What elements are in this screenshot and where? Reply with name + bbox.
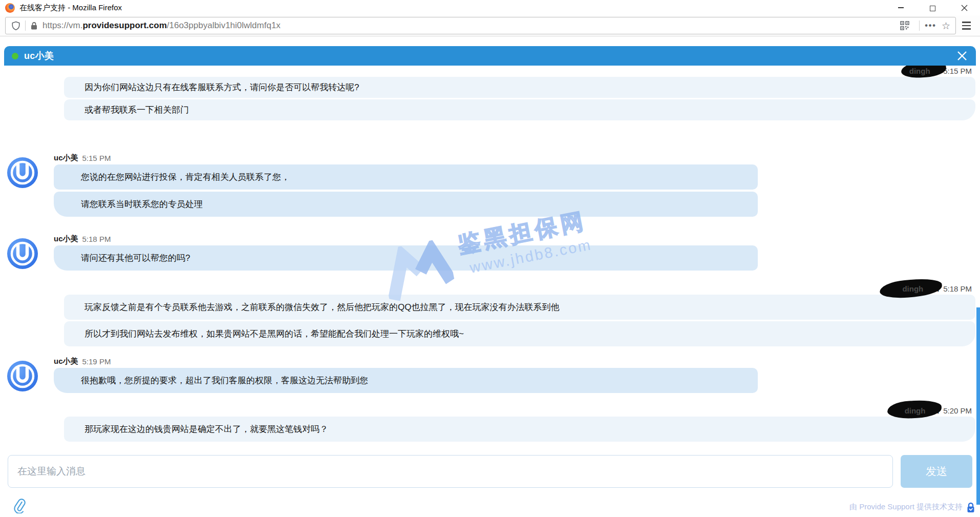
- send-button[interactable]: 发送: [901, 455, 972, 488]
- agent-name: uc小美: [24, 50, 54, 62]
- agent-message: 请您联系当时联系您的专员处理: [54, 192, 758, 217]
- visitor-name-redacted: dingh: [902, 284, 923, 293]
- close-icon: [961, 5, 968, 11]
- agent-message: 很抱歉哦，您所提的要求，超出了我们客服的权限，客服这边无法帮助到您: [54, 368, 758, 393]
- agent-label: uc小美 5:19 PM: [54, 357, 976, 366]
- url-bar-row: https://vm.providesupport.com/16o3ppbyal…: [0, 15, 980, 36]
- visitor-message: 因为你们网站这边只有在线客服联系方式，请问你是否可以帮我转达呢?: [64, 77, 975, 98]
- agent-avatar: [7, 361, 38, 391]
- message-group-agent: uc小美 5:19 PM 很抱歉哦，您所提的要求，超出了我们客服的权限，客服这边…: [4, 357, 976, 395]
- minimize-icon: [898, 7, 904, 8]
- visitor-message: 那玩家现在这边的钱贵网站是确定不出了，就要黑这笔钱对吗？: [64, 417, 975, 442]
- visitor-label: dingh an 5:15 PM: [4, 66, 976, 76]
- message-group-visitor: dingh an 5:15 PM 因为你们网站这边只有在线客服联系方式，请问你是…: [4, 66, 976, 120]
- agent-message: 请问还有其他可以帮您的吗?: [54, 245, 758, 271]
- agent-avatar: [7, 157, 38, 188]
- url-field[interactable]: https://vm.providesupport.com/16o3ppbyal…: [5, 17, 956, 34]
- visitor-message: 所以才到我们网站去发布维权，如果贵网站不是黑网的话，希望能配合我们处理一下玩家的…: [64, 321, 975, 346]
- online-status-dot: [12, 53, 18, 59]
- message-group-visitor: dingh igan 5:18 PM 玩家反馈之前是有个专员联系他去游戏，之前联…: [4, 283, 976, 346]
- close-icon: [956, 50, 968, 61]
- firefox-icon: [5, 3, 15, 13]
- restore-button[interactable]: [917, 0, 948, 15]
- message-input[interactable]: [8, 455, 893, 488]
- secure-lock-icon: [967, 502, 975, 513]
- visitor-message: 玩家反馈之前是有个专员联系他去游戏，之前联系的微信失效了，然后他把玩家的QQ也拉…: [64, 295, 975, 320]
- paperclip-icon[interactable]: [13, 498, 26, 513]
- powered-by-text[interactable]: 由 Provide Support 提供技术支持: [849, 502, 963, 512]
- lock-icon[interactable]: [30, 22, 38, 30]
- message-group-agent: uc小美 5:15 PM 您说的在您网站进行投保，肯定有相关人员联系了您， 请您…: [4, 153, 976, 219]
- url-text: https://vm.providesupport.com/16o3ppbyal…: [42, 20, 281, 31]
- agent-label: uc小美 5:15 PM: [54, 153, 976, 162]
- timestamp: 5:18 PM: [82, 235, 111, 243]
- divider: [25, 20, 26, 31]
- agent-avatar: [7, 238, 38, 269]
- restore-icon: [930, 6, 935, 11]
- timestamp: 5:20 PM: [943, 406, 972, 415]
- minimize-button[interactable]: [885, 0, 917, 15]
- message-group-agent: uc小美 5:18 PM 请问还有其他可以帮您的吗?: [4, 234, 976, 273]
- timestamp: 5:19 PM: [82, 357, 111, 366]
- close-chat-button[interactable]: [956, 50, 968, 61]
- shield-icon[interactable]: [11, 21, 20, 31]
- scrollbar-thumb[interactable]: [976, 307, 980, 505]
- page-actions-icon[interactable]: •••: [925, 21, 936, 30]
- qr-code-icon[interactable]: [900, 21, 909, 30]
- visitor-label: dingh gan 5:20 PM: [4, 405, 976, 416]
- timestamp: 5:15 PM: [943, 67, 972, 75]
- timestamp: 5:15 PM: [82, 154, 111, 162]
- timestamp: 5:18 PM: [943, 284, 972, 293]
- visitor-name-redacted: dingh: [905, 406, 926, 415]
- bookmark-star-icon[interactable]: ☆: [942, 21, 950, 31]
- window-controls: [885, 0, 980, 15]
- chat-header: uc小美: [4, 46, 976, 66]
- title-bar: 在线客户支持 - Mozilla Firefox: [0, 0, 980, 15]
- visitor-label: dingh igan 5:18 PM: [4, 283, 976, 294]
- composer-footer: 由 Provide Support 提供技术支持: [13, 498, 975, 513]
- visitor-name-redacted: dingh: [909, 67, 930, 75]
- divider: [919, 20, 920, 31]
- close-window-button[interactable]: [948, 0, 980, 15]
- message-group-visitor: dingh gan 5:20 PM 那玩家现在这边的钱贵网站是确定不出了，就要黑…: [4, 405, 976, 442]
- window-title: 在线客户支持 - Mozilla Firefox: [19, 3, 122, 13]
- firefox-window: 在线客户支持 - Mozilla Firefox https://vm.prov…: [0, 0, 980, 517]
- menu-icon[interactable]: [962, 20, 971, 31]
- agent-label: uc小美 5:18 PM: [54, 234, 976, 243]
- composer: 发送 由 Provide Support 提供技术支持: [0, 445, 980, 517]
- agent-message: 您说的在您网站进行投保，肯定有相关人员联系了您，: [54, 164, 758, 190]
- visitor-message: 或者帮我联系一下相关部门: [64, 99, 975, 120]
